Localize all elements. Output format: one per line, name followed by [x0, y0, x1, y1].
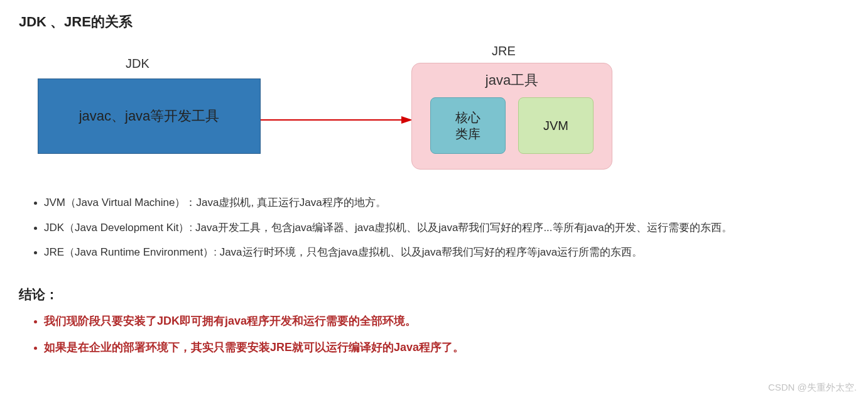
list-item: JVM（Java Virtual Machine）：Java虚拟机, 真正运行J…	[44, 195, 849, 211]
list-item: 我们现阶段只要安装了JDK即可拥有java程序开发和运行需要的全部环境。	[44, 312, 849, 330]
jre-inner-row: 核心 类库 JVM	[423, 97, 600, 154]
jdk-box: javac、java等开发工具	[38, 78, 261, 154]
jre-label: JRE	[492, 44, 516, 58]
jvm-box: JVM	[518, 97, 594, 154]
list-item: JDK（Java Development Kit）: Java开发工具，包含ja…	[44, 220, 849, 236]
conclusions-list: 我们现阶段只要安装了JDK即可拥有java程序开发和运行需要的全部环境。 如果是…	[19, 312, 849, 357]
conclusion-heading: 结论：	[19, 286, 849, 303]
jre-box-heading: java工具	[423, 71, 600, 90]
list-item: 如果是在企业的部署环境下，其实只需要安装JRE就可以运行编译好的Java程序了。	[44, 338, 849, 357]
jdk-box-text: javac、java等开发工具	[79, 107, 220, 126]
arrow-icon	[261, 115, 413, 122]
page-title: JDK 、JRE的关系	[19, 13, 849, 31]
jdk-jre-diagram: JDK JRE javac、java等开发工具 java工具 核心 类库 JVM	[19, 44, 849, 182]
definitions-list: JVM（Java Virtual Machine）：Java虚拟机, 真正运行J…	[19, 195, 849, 261]
watermark-text: CSDN @失重外太空.	[768, 382, 857, 394]
jdk-label: JDK	[126, 57, 149, 71]
list-item: JRE（Java Runtime Environment）: Java运行时环境…	[44, 244, 849, 261]
jre-box: java工具 核心 类库 JVM	[411, 63, 612, 170]
core-library-box: 核心 类库	[430, 97, 506, 154]
